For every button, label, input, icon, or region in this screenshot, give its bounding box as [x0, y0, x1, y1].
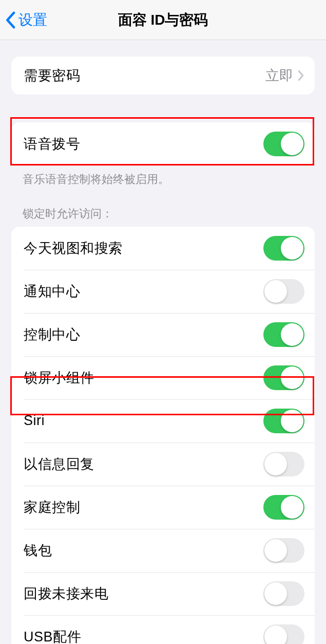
require-passcode-label: 需要密码	[24, 66, 80, 85]
lock-access-row: 今天视图和搜索	[11, 227, 315, 270]
lock-access-group: 今天视图和搜索通知中心控制中心锁屏小组件Siri以信息回复家庭控制钱包回拨未接来…	[11, 227, 315, 644]
lock-access-row: 钱包	[11, 529, 315, 572]
lock-access-row: Siri	[11, 399, 315, 443]
lock-access-row: 家庭控制	[11, 486, 315, 529]
lock-access-row: 以信息回复	[11, 443, 315, 486]
lock-access-label: 通知中心	[24, 282, 80, 301]
require-passcode-value: 立即	[265, 66, 293, 85]
back-label: 设置	[18, 10, 47, 30]
voice-dial-row: 语音拨号	[11, 122, 315, 165]
chevron-right-icon	[297, 70, 304, 81]
lock-access-row: 锁屏小组件	[11, 356, 315, 399]
lock-access-toggle[interactable]	[263, 452, 304, 476]
lock-access-row: 通知中心	[11, 270, 315, 313]
lock-access-row: USB配件	[11, 615, 315, 644]
lock-access-row: 控制中心	[11, 313, 315, 356]
voice-dial-label: 语音拨号	[24, 135, 80, 153]
lock-access-label: 家庭控制	[24, 498, 80, 517]
lock-access-toggle[interactable]	[263, 624, 304, 644]
back-button[interactable]: 设置	[0, 10, 47, 30]
lock-access-label: 控制中心	[24, 325, 80, 344]
lock-access-toggle[interactable]	[263, 365, 304, 390]
chevron-left-icon	[5, 11, 15, 29]
passcode-group: 需要密码 立即	[11, 57, 315, 95]
require-passcode-row[interactable]: 需要密码 立即	[11, 57, 315, 95]
lock-access-label: 钱包	[24, 541, 52, 560]
navigation-bar: 设置 面容 ID与密码	[0, 0, 326, 40]
lock-access-toggle[interactable]	[263, 236, 304, 261]
lock-access-toggle[interactable]	[263, 538, 304, 563]
lock-access-label: 锁屏小组件	[24, 369, 94, 387]
lock-access-label: 以信息回复	[24, 455, 94, 473]
lock-access-toggle[interactable]	[263, 322, 304, 347]
lock-access-toggle[interactable]	[263, 581, 304, 606]
lock-access-toggle[interactable]	[263, 279, 304, 304]
lock-access-label: 今天视图和搜索	[24, 239, 123, 257]
lock-access-label: USB配件	[24, 628, 81, 644]
lock-access-header: 锁定时允许访问：	[0, 206, 326, 227]
page-title: 面容 ID与密码	[0, 10, 326, 30]
lock-access-label: Siri	[24, 413, 45, 429]
voice-dial-group: 语音拨号	[11, 122, 315, 165]
lock-access-row: 回拨未接来电	[11, 572, 315, 615]
lock-access-toggle[interactable]	[263, 409, 304, 433]
lock-access-label: 回拨未接来电	[24, 584, 108, 603]
voice-dial-footer: 音乐语音控制将始终被启用。	[0, 165, 326, 188]
lock-access-toggle[interactable]	[263, 495, 304, 520]
voice-dial-toggle[interactable]	[263, 132, 304, 156]
